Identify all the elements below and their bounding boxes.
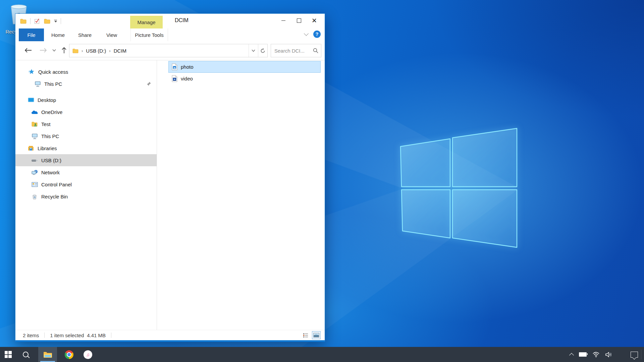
sidebar-item-label: Quick access: [38, 69, 68, 75]
navigation-bar: › USB (D:) › DCIM: [15, 43, 325, 57]
sidebar-item-control-panel[interactable]: Control Panel: [15, 178, 157, 190]
tab-view[interactable]: View: [99, 28, 124, 41]
hidden-icons-chevron[interactable]: [569, 353, 574, 357]
details-view-button[interactable]: [301, 331, 310, 339]
expand-ribbon-chevron-icon[interactable]: [304, 31, 309, 36]
file-row-photo[interactable]: photo: [168, 61, 321, 73]
recycle-bin-icon: ♻: [31, 194, 38, 199]
sidebar-item-onedrive[interactable]: OneDrive: [15, 106, 157, 118]
quick-access-icon: [28, 69, 35, 75]
new-folder-icon[interactable]: [44, 18, 50, 24]
file-name: video: [181, 76, 193, 81]
customize-qat-chevron[interactable]: [54, 20, 57, 22]
sidebar-item-label: USB (D:): [41, 158, 61, 163]
selection-size: 4.41 MB: [87, 333, 106, 338]
window-controls: ✕: [276, 15, 322, 26]
sidebar-item-test[interactable]: Test: [15, 118, 157, 130]
search-box[interactable]: [271, 44, 321, 57]
action-center-icon[interactable]: [631, 352, 638, 358]
tab-file[interactable]: File: [19, 28, 44, 41]
recent-locations-chevron-icon[interactable]: [52, 49, 56, 52]
system-tray: [570, 347, 644, 362]
wifi-icon[interactable]: [592, 352, 600, 357]
address-bar-buttons: [249, 44, 267, 57]
this-pc-icon: [31, 133, 38, 139]
item-count: 2 items: [23, 333, 39, 338]
sidebar-item-label: Desktop: [38, 97, 56, 103]
search-input[interactable]: [271, 48, 313, 54]
large-icons-view-button[interactable]: [312, 331, 321, 339]
breadcrumb-usb[interactable]: USB (D:): [86, 48, 106, 54]
sidebar-item-label: OneDrive: [41, 109, 62, 115]
chrome-icon: [65, 350, 73, 359]
navigation-pane: Quick access This PC Des: [15, 60, 157, 330]
file-explorer-window: Manage DCIM ✕ File Home Share View Pictu…: [15, 13, 325, 342]
svg-text:♻: ♻: [34, 196, 36, 198]
file-explorer-icon: [43, 351, 52, 358]
file-list: photo video: [157, 60, 325, 330]
sidebar-item-label: Control Panel: [41, 182, 72, 187]
sidebar-item-usb-drive[interactable]: USB (D:): [15, 154, 157, 166]
search-icon: [23, 352, 29, 357]
selection-count: 1 item selected: [50, 333, 84, 338]
volume-icon[interactable]: [605, 352, 613, 358]
sidebar-item-libraries[interactable]: Libraries: [15, 142, 157, 154]
minimize-button[interactable]: [276, 15, 291, 26]
breadcrumb-chevron-icon: ›: [109, 48, 110, 53]
sidebar-item-label: Network: [41, 170, 60, 175]
video-file-icon: [171, 75, 178, 82]
search-magnifier-icon[interactable]: [313, 48, 318, 53]
taskbar-itunes-button[interactable]: ♫: [80, 347, 96, 362]
contextual-tab-group: Manage: [130, 16, 163, 28]
view-toggles: [301, 331, 321, 339]
taskbar-file-explorer-button[interactable]: [38, 347, 57, 362]
refresh-button[interactable]: [258, 44, 267, 57]
ribbon-tab-row: File Home Share View Picture Tools: [15, 28, 325, 41]
breadcrumb-folder-icon: [72, 48, 78, 53]
start-icon: [5, 351, 12, 358]
libraries-icon: [28, 145, 34, 151]
maximize-button[interactable]: [291, 15, 307, 26]
back-button[interactable]: [24, 48, 32, 53]
minimize-icon: [281, 20, 285, 21]
photo-file-icon: [171, 63, 178, 70]
itunes-icon: ♫: [84, 350, 92, 359]
pin-icon: [147, 81, 151, 86]
status-separator: [111, 333, 111, 338]
forward-button[interactable]: [40, 48, 47, 53]
sidebar-item-label: Recycle Bin: [41, 194, 68, 199]
user-folder-icon: [31, 121, 38, 127]
taskbar-chrome-button[interactable]: [61, 347, 77, 362]
title-bar: Manage DCIM ✕: [15, 14, 325, 28]
tab-home[interactable]: Home: [45, 28, 71, 41]
properties-check-icon[interactable]: [34, 18, 40, 24]
file-row-video[interactable]: video: [168, 73, 321, 84]
sidebar-item-quick-access[interactable]: Quick access: [15, 66, 157, 78]
quick-access-toolbar: [20, 17, 61, 25]
sidebar-item-desktop[interactable]: Desktop: [15, 94, 157, 106]
close-button[interactable]: ✕: [307, 15, 322, 26]
start-button[interactable]: [0, 347, 16, 362]
address-dropdown-chevron-icon[interactable]: [249, 44, 258, 57]
control-panel-icon: [31, 182, 38, 187]
address-bar[interactable]: › USB (D:) › DCIM: [69, 44, 268, 57]
desktop-icon: [28, 97, 34, 103]
battery-icon[interactable]: [579, 352, 587, 357]
breadcrumb-dcim[interactable]: DCIM: [114, 48, 126, 54]
taskbar-search-button[interactable]: [17, 347, 34, 362]
ribbon-extras: ?: [305, 31, 321, 38]
show-desktop-button[interactable]: [641, 350, 641, 359]
file-name: photo: [181, 64, 194, 70]
sidebar-item-this-pc[interactable]: This PC: [15, 130, 157, 142]
sidebar-item-this-pc-pinned[interactable]: This PC: [15, 78, 157, 90]
network-icon: [31, 170, 38, 175]
sidebar-item-recycle-bin[interactable]: ♻ Recycle Bin: [15, 190, 157, 202]
tab-picture-tools[interactable]: Picture Tools: [130, 28, 168, 41]
sidebar-item-network[interactable]: Network: [15, 166, 157, 178]
window-content: Quick access This PC Des: [15, 60, 325, 330]
tab-share[interactable]: Share: [72, 28, 98, 41]
this-pc-icon: [34, 81, 41, 87]
up-button[interactable]: [62, 47, 66, 54]
help-button[interactable]: ?: [313, 31, 321, 38]
qat-separator: [30, 18, 31, 24]
